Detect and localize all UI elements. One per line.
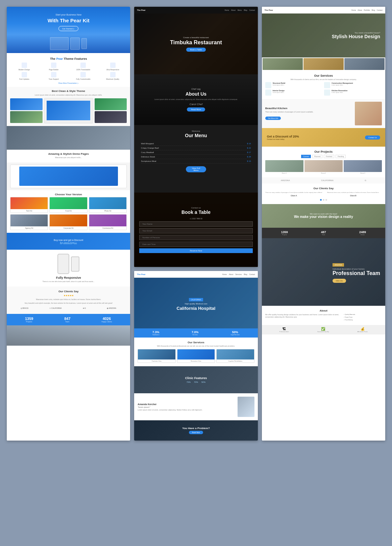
version-1[interactable]: Tech Kit	[10, 197, 48, 213]
translatable-icon	[80, 63, 86, 68]
version-img-3	[89, 197, 126, 209]
h3-nav-about[interactable]: About	[358, 9, 362, 11]
h-stat-1-num: 7.3%	[152, 330, 160, 334]
cta-title: We make your vision design a reality	[294, 215, 353, 219]
kitchen-cta[interactable]: Get More Info	[265, 117, 281, 120]
dot-2[interactable]	[323, 199, 324, 201]
contact-name-input[interactable]	[139, 221, 252, 227]
features-link[interactable]: Show More Presentation ▷	[10, 82, 127, 84]
doctor-name: Amanda Kercher	[138, 403, 235, 405]
house-srv-2: Construction Management Lorem ipsum dolo…	[324, 82, 382, 88]
service-img-2	[177, 349, 215, 359]
restaurant-cta[interactable]: Book a Table	[186, 48, 206, 52]
version-5[interactable]: Corporate Kit	[49, 214, 87, 230]
discount-cta[interactable]: Contact Us	[365, 135, 380, 140]
h-stat-1: 7.3% Satisfaction	[152, 330, 160, 336]
filter-planned[interactable]: Planned	[312, 155, 322, 158]
h-stat-3: 50% Legal Services	[231, 330, 240, 336]
h-nav-blog[interactable]: Blog	[244, 273, 247, 275]
contact-form: Reserve Now	[139, 221, 252, 253]
discount-text: Buy now and get a Discount	[54, 239, 83, 241]
h-nav-home[interactable]: Home	[222, 273, 227, 275]
responsive-icon	[110, 63, 116, 68]
h3-nav-home[interactable]: Home	[351, 9, 356, 11]
h-services-grid: Paediatric Clinic Restorative Clinic Cog…	[138, 349, 254, 363]
demo-preview	[10, 98, 127, 123]
filter-current[interactable]: Current	[301, 155, 311, 158]
contact-label: Contact us	[191, 207, 201, 209]
font-icon	[22, 72, 27, 77]
about-cta[interactable]: Read More	[187, 107, 205, 111]
laptop-preview-section	[7, 163, 130, 190]
restaurant-contact: Contact us Book a Table +1 2022 7886 00 …	[134, 193, 258, 267]
doctor-desc: Lorem ipsum dolor sit amet, consectetur …	[138, 409, 235, 411]
version-3[interactable]: Photo Kit	[89, 197, 127, 213]
srv-desc-3: Lorem ipsum dolor...	[273, 92, 285, 93]
version-4[interactable]: Agency Kit	[10, 214, 48, 230]
dot-1[interactable]	[320, 199, 322, 201]
responsive-section: Fully Responsive There is no one who lov…	[7, 250, 130, 287]
service-lbl-1: Paediatric Clinic	[138, 359, 175, 363]
professionalism-icon: 🏗	[279, 327, 289, 331]
restaurant-title: Timbuka Restaurant	[170, 40, 222, 46]
menu-item-3: Cozy Meatball $ 17	[141, 150, 251, 155]
nav-blog[interactable]: Blog	[244, 9, 247, 11]
dot-3[interactable]	[325, 199, 327, 201]
version-6[interactable]: Commerce Kit	[89, 214, 127, 230]
house-logo: The Pear	[265, 9, 273, 11]
version-2[interactable]: Food Kit	[49, 197, 87, 213]
nav-about[interactable]: About	[231, 9, 236, 11]
problems-cta[interactable]: Book Now	[189, 431, 203, 434]
hospital-nav: The Pear Home About Services Blog Contac…	[134, 271, 258, 278]
project-3: Room 3	[344, 160, 382, 174]
discount-link[interactable]: Buy Demo Page ▷	[60, 241, 77, 244]
pro-title: Professional Team	[333, 270, 380, 276]
projects-grid: Room 1 Room 2 Room 3	[265, 160, 382, 174]
service-img-1	[138, 349, 175, 359]
nav-menu[interactable]: Menu	[238, 9, 242, 11]
stat-clients-num: 4026	[101, 317, 112, 321]
menu-cta[interactable]: View Full Menu	[186, 166, 206, 172]
nav-contact[interactable]: Contact	[249, 9, 255, 11]
quality-icon	[110, 72, 116, 77]
filter-finished[interactable]: Finished	[324, 155, 334, 158]
clients-heading: Our Clients Say	[10, 290, 127, 293]
contact-date-input[interactable]	[139, 242, 252, 247]
contact-submit[interactable]: Reserve Now	[139, 248, 252, 253]
h-nav-services[interactable]: Services	[235, 273, 242, 275]
h3-nav-portfolio[interactable]: Portfolio	[364, 9, 370, 11]
version-label-2: Food Kit	[50, 209, 87, 213]
contact-email-input[interactable]	[139, 228, 252, 233]
h-nav-contact[interactable]: Contact	[249, 273, 255, 275]
modern-design-icon	[22, 63, 27, 68]
version-label-5: Corporate Kit	[50, 226, 87, 230]
contact-persons-input[interactable]	[139, 235, 252, 240]
h3-stat-3: 2489 Clients	[359, 230, 366, 235]
h3-stat-1-lbl: Projects	[281, 234, 288, 235]
h3-nav-blog[interactable]: Blog	[372, 9, 375, 11]
nav-home[interactable]: Home	[224, 9, 229, 11]
demo-laptop	[44, 98, 93, 123]
h3-nav-contact[interactable]: Contact	[377, 9, 383, 11]
house-srv-3: Interior Design Lorem ipsum dolor...	[265, 90, 323, 96]
version-img-2	[50, 197, 87, 209]
contact-overlay: Contact us Book a Table +1 2022 7886 00 …	[134, 193, 258, 267]
page-builder-icon	[51, 63, 56, 68]
pear-hero-cta[interactable]: Get Started ▷	[58, 26, 78, 31]
pro-cta[interactable]: Hire Us	[333, 279, 346, 283]
demo-images-left	[10, 98, 43, 123]
version-label-4: Agency Kit	[10, 226, 48, 230]
h-stat-3-lbl: Legal Services	[231, 334, 240, 336]
srv-icon-4	[324, 90, 330, 96]
responsive-heading: Fully Responsive	[10, 276, 127, 279]
feature-support: Tune Support	[40, 72, 68, 80]
filter-pending[interactable]: Pending	[336, 155, 346, 158]
testimonial-2-text: Maecenas lorem urna, molestie quis finib…	[327, 192, 379, 193]
h-services-desc: With thousands of trusted professionals …	[138, 345, 254, 347]
restaurant-hero-content: Create a beautiful restaurant Timbuka Re…	[170, 36, 222, 52]
srv-icon-3	[265, 90, 271, 96]
h-nav-about[interactable]: About	[229, 273, 233, 275]
clinic-features: Clinic Features 73% 70% 50%	[134, 366, 258, 393]
h-stat-3-num: 50%	[231, 330, 240, 334]
logo-arizona: ◉ ARIZONA	[107, 307, 116, 309]
